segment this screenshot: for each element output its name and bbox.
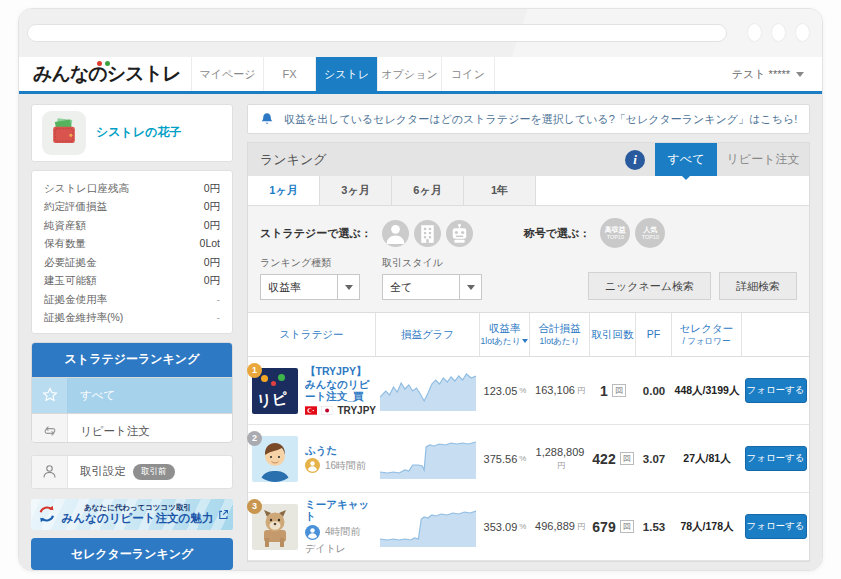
- account-row: シストレ口座残高0円: [44, 179, 220, 198]
- person-icon: [32, 456, 68, 488]
- account-row: 建玉可能額0円: [44, 271, 220, 290]
- ranking-title: ランキング: [248, 151, 625, 169]
- filter-person-icon[interactable]: [382, 220, 409, 247]
- browser-button-1[interactable]: [747, 23, 762, 42]
- site-logo[interactable]: みんなのシストレ: [19, 57, 191, 91]
- chevron-down-icon: [796, 72, 804, 77]
- detail-search-button[interactable]: 詳細検索: [719, 272, 797, 300]
- badge-popular-top10[interactable]: 人気 TOP10: [635, 218, 665, 248]
- cycle-arrows-icon: [37, 504, 57, 524]
- nav-tab-mypage[interactable]: マイページ: [191, 57, 263, 91]
- nav-tabs: マイページ FX シストレ オプション コイン: [191, 57, 495, 91]
- table-header: ストラテジー 損益グラフ 収益率 1lotあたり 合計損益 1lotあたり 取引…: [248, 313, 809, 357]
- address-bar[interactable]: [27, 24, 727, 42]
- browser-button-2[interactable]: [771, 23, 786, 42]
- last-trade-time: 4時間前: [325, 525, 361, 539]
- nav-tab-coin[interactable]: コイン: [441, 57, 495, 91]
- strategy-name-link[interactable]: ミーアキャット: [305, 498, 376, 523]
- nickname-search-button[interactable]: ニックネーム検索: [588, 272, 711, 300]
- trade-style-tag: デイトレ: [305, 542, 376, 556]
- sort-desc-icon: [522, 339, 528, 343]
- badge-high-profit-top10[interactable]: 高収益 TOP10: [600, 218, 630, 248]
- filter-robot-icon[interactable]: [446, 220, 473, 247]
- period-tabs: 1ヶ月 3ヶ月 6ヶ月 1年: [248, 176, 809, 206]
- col-profit[interactable]: 合計損益 1lotあたり: [530, 313, 590, 356]
- browser-button-3[interactable]: [795, 23, 810, 42]
- filter-building-icon[interactable]: [414, 220, 441, 247]
- selector-ranking-title[interactable]: セレクターランキング: [31, 538, 233, 570]
- ranking-titlebar: ランキング i すべて リピート注文: [248, 143, 809, 176]
- profit-chart: [380, 439, 476, 479]
- account-row: 約定評価損益0円: [44, 197, 220, 216]
- period-tab-6month[interactable]: 6ヶ月: [392, 176, 464, 205]
- notification-text: 収益を出しているセレクターはどのストラテジーを選択している?「セレクターランキン…: [284, 112, 797, 127]
- account-row: 純資産額0円: [44, 216, 220, 235]
- nav-tab-option[interactable]: オプション: [377, 57, 441, 91]
- currency-pair: TRYJPY: [337, 405, 376, 416]
- rank-badge: 3: [247, 499, 262, 514]
- strategy-ranking-title: ストラテジーランキング: [32, 343, 232, 377]
- sidebar-item-repeat-order[interactable]: リピート注文: [32, 413, 232, 443]
- ranking-panel: ランキング i すべて リピート注文 1ヶ月 3ヶ月 6ヶ月 1年 ストラテジー…: [247, 142, 810, 562]
- period-tab-1year[interactable]: 1年: [464, 176, 536, 205]
- rank-badge: 1: [247, 363, 262, 378]
- star-icon: [32, 378, 68, 413]
- info-icon[interactable]: i: [625, 150, 645, 170]
- browser-chrome: [19, 9, 822, 57]
- main-area: 収益を出しているセレクターはどのストラテジーを選択している?「セレクターランキン…: [247, 104, 810, 570]
- nav-tab-fx[interactable]: FX: [263, 57, 315, 91]
- follow-button[interactable]: フォローする: [745, 514, 807, 539]
- ranking-type-label: ランキング種類: [260, 256, 360, 270]
- account-row: 必要証拠金0円: [44, 253, 220, 272]
- nav-tab-systore[interactable]: シストレ: [315, 57, 377, 91]
- title-filter-label: 称号で選ぶ：: [524, 226, 591, 241]
- period-tab-3month[interactable]: 3ヶ月: [320, 176, 392, 205]
- ranking-tab-all[interactable]: すべて: [655, 143, 717, 176]
- ranking-type-select[interactable]: 収益率: [260, 274, 360, 300]
- page-content: シストレの花子 シストレ口座残高0円 約定評価損益0円 純資産額0円 保有数量0…: [19, 94, 822, 570]
- account-row: 保有数量0Lot: [44, 234, 220, 253]
- strategy-filter-label: ストラテジーで選ぶ：: [260, 226, 372, 241]
- follow-button[interactable]: フォローする: [745, 446, 807, 471]
- strategy-name-link[interactable]: ふうた: [305, 444, 366, 457]
- col-rate[interactable]: 収益率 1lotあたり: [480, 313, 530, 356]
- account-summary: シストレ口座残高0円 約定評価損益0円 純資産額0円 保有数量0Lot 必要証拠…: [31, 170, 233, 334]
- gold-member-badge-icon: [305, 458, 320, 473]
- user-name: テスト *****: [732, 67, 790, 82]
- col-count[interactable]: 取引回数: [590, 313, 636, 356]
- col-selector: セレクター / フォロワー: [672, 313, 742, 356]
- turkey-flag-icon: [305, 405, 317, 416]
- col-strategy: ストラテジー: [248, 313, 376, 356]
- user-menu[interactable]: テスト *****: [732, 57, 822, 91]
- period-tab-1month[interactable]: 1ヶ月: [248, 176, 320, 205]
- table-row: 1 リピ 【TRYJPY】みんなのリピート注文_買: [248, 357, 809, 425]
- trade-settings[interactable]: 取引設定 取引前: [31, 455, 233, 489]
- member-badge-icon: [305, 525, 320, 540]
- sidebar: シストレの花子 シストレ口座残高0円 約定評価損益0円 純資産額0円 保有数量0…: [31, 104, 233, 570]
- repeat-order-banner[interactable]: あなたに代わってコツコツ取引 みんなのリピート注文の魅力: [31, 499, 233, 531]
- japan-flag-icon: [321, 405, 333, 416]
- trade-style-label: 取引スタイル: [382, 256, 482, 270]
- external-link-icon: [218, 509, 229, 520]
- logo-dot-red-icon: [97, 61, 102, 66]
- profile-card[interactable]: シストレの花子: [31, 104, 233, 162]
- repeat-icon: [32, 414, 68, 443]
- ranking-tab-repeat[interactable]: リピート注文: [717, 143, 809, 176]
- notification-bar[interactable]: 収益を出しているセレクターはどのストラテジーを選択している?「セレクターランキン…: [247, 104, 810, 134]
- col-graph: 損益グラフ: [376, 313, 480, 356]
- col-pf[interactable]: PF: [636, 313, 672, 356]
- profit-chart: [380, 371, 476, 411]
- trade-style-select[interactable]: 全て: [382, 274, 482, 300]
- follow-button[interactable]: フォローする: [745, 378, 807, 403]
- top-navbar: みんなのシストレ マイページ FX シストレ オプション コイン テスト ***…: [19, 57, 822, 94]
- table-row: 2: [248, 425, 809, 493]
- chevron-down-icon: [459, 275, 481, 299]
- account-row: 証拠金維持率(%)-: [44, 308, 220, 327]
- strategy-ranking-menu: ストラテジーランキング すべて リピート注文: [31, 342, 233, 443]
- sidebar-item-all[interactable]: すべて: [32, 377, 232, 413]
- table-row: 3: [248, 493, 809, 561]
- profit-chart: [380, 507, 476, 547]
- strategy-name-link[interactable]: 【TRYJPY】みんなのリピート注文_買: [305, 365, 376, 403]
- account-row: 証拠金使用率-: [44, 290, 220, 309]
- last-trade-time: 16時間前: [325, 459, 366, 473]
